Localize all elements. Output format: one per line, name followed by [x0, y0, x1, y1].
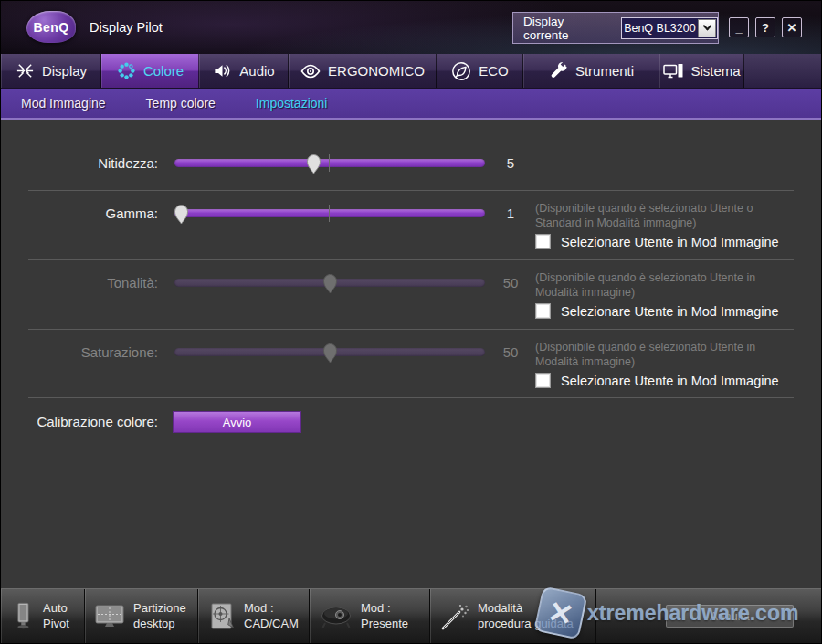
speaker-icon [213, 61, 232, 80]
current-display-panel: Display corrente BenQ BL3200 [512, 12, 719, 44]
display-select-dropdown[interactable]: BenQ BL3200 [621, 17, 718, 39]
select-user-checkbox[interactable] [535, 234, 551, 249]
slider-label: Tonalità: [1, 275, 158, 290]
annulla-button[interactable]: Annulla [666, 605, 794, 628]
tab-label: Audio [239, 63, 274, 79]
checkbox-label: Selezionare Utente in Mod Immagine [561, 374, 779, 388]
tab-audio[interactable]: Audio [199, 54, 289, 88]
subtab-mod-immagine[interactable]: Mod Immagine [19, 96, 108, 111]
slider-label: Gamma: [1, 206, 158, 221]
slider-label: Saturazione: [1, 344, 158, 360]
slider-value: 50 [492, 275, 529, 290]
chevron-down-icon [702, 22, 711, 31]
sub-tab-bar: Mod Immagine Temp colore Impostazioni [1, 88, 821, 120]
minimize-button[interactable]: _ [729, 17, 749, 37]
desktop-partition-button[interactable]: Partizione desktop [85, 589, 198, 643]
titlebar: BenQ Display Pilot Display corrente BenQ… [1, 1, 821, 54]
eye-icon [300, 61, 321, 81]
current-display-label: Display corrente [523, 15, 612, 42]
benq-logo-text: BenQ [34, 20, 69, 35]
row-separator [28, 329, 794, 330]
availability-note: (Disponibile quando è selezionato Utente… [535, 270, 796, 301]
tab-label: ERGONOMICO [328, 63, 425, 79]
saturazione-slider [174, 348, 485, 356]
availability-note: (Disponibile quando è selezionato Utente… [535, 201, 796, 231]
toolbar-item-label: Modalità procedura guidata [478, 601, 574, 632]
tab-label: ECO [479, 63, 509, 79]
wrench-icon [549, 61, 568, 80]
computer-icon [663, 61, 683, 80]
app-title: Display Pilot [90, 20, 163, 35]
calibration-label: Calibrazione colore: [1, 414, 158, 429]
slider-value: 50 [492, 344, 529, 360]
tab-bar-filler [744, 54, 821, 88]
toolbar-item-label: Mod : Presente [361, 601, 408, 632]
gamma-slider[interactable] [174, 209, 485, 217]
slider-thumb[interactable] [174, 203, 189, 225]
tonalita-slider [174, 279, 485, 287]
subtab-temp-colore[interactable]: Temp colore [144, 96, 217, 111]
compress-icon [16, 61, 35, 80]
checkbox-label: Selezionare Utente in Mod Immagine [561, 304, 779, 319]
desktop-partition-icon [95, 603, 125, 630]
checkbox-row: Selezionare Utente in Mod Immagine [535, 373, 779, 388]
pivot-monitor-icon [11, 601, 35, 632]
wizard-mode-button[interactable]: Modalità procedura guidata [430, 589, 596, 643]
mod-presente-button[interactable]: Mod : Presente [310, 589, 430, 643]
toolbar-item-label: Mod : CAD/CAM [244, 601, 299, 632]
settings-panel: Nitidezza: 5 Gamma: 1 (Disponibile quand… [1, 120, 821, 588]
tab-colore[interactable]: Colore [101, 54, 199, 88]
benq-logo: BenQ [26, 11, 76, 43]
checkbox-label: Selezionare Utente in Mod Immagine [561, 235, 779, 249]
tab-sistema[interactable]: Sistema [659, 54, 744, 88]
tab-label: Sistema [690, 63, 740, 79]
magic-wand-icon [440, 602, 469, 631]
display-pilot-window: BenQ Display Pilot Display corrente BenQ… [0, 0, 822, 644]
checkbox-row: Selezionare Utente in Mod Immagine [535, 303, 779, 319]
row-separator [28, 397, 794, 398]
display-select-value: BenQ BL3200 [622, 22, 698, 35]
dropdown-arrow-button[interactable] [698, 19, 716, 37]
close-button[interactable]: ✕ [782, 17, 802, 37]
slider-thumb[interactable] [306, 153, 321, 174]
tab-eco[interactable]: ECO [437, 54, 523, 88]
row-separator [28, 259, 794, 260]
slider-center-tick [329, 154, 330, 172]
slider-center-tick [329, 205, 330, 222]
toolbar-item-label: Partizione desktop [133, 601, 186, 632]
bottom-toolbar: Auto Pivot Partizione desktop [1, 588, 821, 643]
tab-label: Display [42, 63, 87, 79]
slider-thumb [322, 342, 338, 364]
avvio-button[interactable]: Avvio [173, 411, 301, 433]
tab-ergonomico[interactable]: ERGONOMICO [289, 54, 437, 88]
projector-icon [320, 603, 353, 630]
help-button[interactable]: ? [755, 17, 775, 37]
auto-pivot-button[interactable]: Auto Pivot [1, 589, 85, 643]
window-controls: _ ? ✕ [729, 17, 802, 37]
tab-label: Colore [143, 63, 184, 79]
checkbox-row: Selezionare Utente in Mod Immagine [535, 234, 779, 249]
select-user-checkbox[interactable] [535, 373, 551, 388]
availability-note: (Disponibile quando è selezionato Utente… [535, 340, 796, 370]
tab-strumenti[interactable]: Strumenti [523, 54, 659, 88]
toolbar-item-label: Auto Pivot [43, 601, 69, 632]
color-dots-icon [117, 61, 136, 80]
slider-label: Nitidezza: [1, 155, 158, 171]
leaf-icon [451, 61, 471, 81]
mod-cadcam-button[interactable]: Mod : CAD/CAM [198, 589, 310, 643]
subtab-impostazioni[interactable]: Impostazioni [254, 96, 330, 111]
slider-thumb [322, 272, 338, 294]
cadcam-blueprint-icon [208, 602, 236, 631]
main-tab-bar: Display Colore Audio [1, 54, 821, 88]
slider-value: 1 [492, 206, 529, 221]
tab-display[interactable]: Display [1, 54, 101, 88]
select-user-checkbox[interactable] [535, 303, 551, 319]
row-separator [28, 190, 794, 191]
nitidezza-slider[interactable] [174, 159, 485, 167]
tab-label: Strumenti [575, 63, 634, 79]
slider-value: 5 [492, 155, 529, 171]
